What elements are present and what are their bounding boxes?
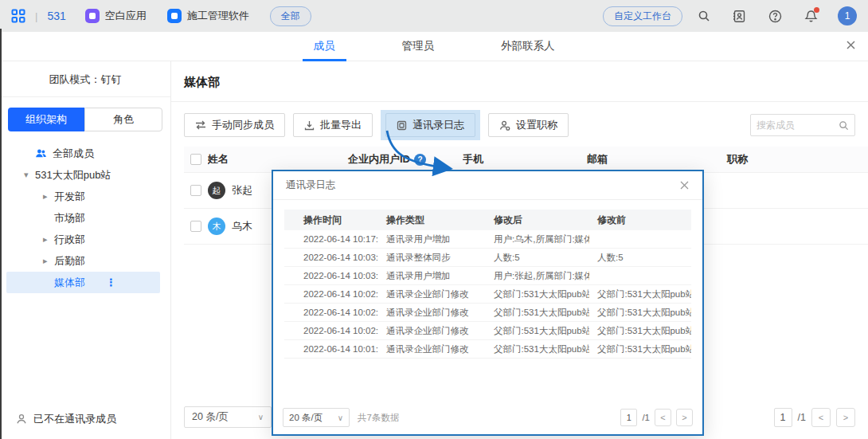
current-page-box[interactable]: 1 bbox=[774, 408, 792, 427]
avatar: 木 bbox=[208, 218, 225, 235]
tree-item-label: 市场部 bbox=[54, 211, 85, 225]
modal-title: 通讯录日志 bbox=[286, 178, 336, 192]
notifications-icon[interactable] bbox=[804, 10, 818, 23]
tab-members[interactable]: 成员 bbox=[303, 32, 346, 61]
workspace-id[interactable]: 531 bbox=[47, 10, 65, 22]
modal-page-size-select[interactable]: 20 条/页 ∨ bbox=[283, 408, 350, 427]
manual-sync-button[interactable]: 手动同步成员 bbox=[184, 113, 285, 137]
screen: | 531 空白应用 施工管理软件 全部 自定义工作台 1 成员 管理员 bbox=[0, 0, 868, 439]
search-icon[interactable] bbox=[698, 10, 710, 22]
col-email: 邮箱 bbox=[574, 152, 702, 167]
next-page-button[interactable]: > bbox=[676, 409, 693, 426]
log-after: 用户:张起,所属部门:媒体部、53... bbox=[486, 270, 589, 282]
close-icon[interactable] bbox=[845, 39, 857, 51]
removed-members-label: 已不在通讯录成员 bbox=[33, 412, 116, 426]
members-icon bbox=[35, 148, 47, 159]
caret-icon[interactable]: ▸ bbox=[43, 191, 54, 202]
sidebar-tree-item[interactable]: ▾ 531大太阳pub站 bbox=[6, 164, 160, 186]
log-type: 通讯录用户增加 bbox=[378, 270, 486, 282]
set-job-title-button[interactable]: 设置职称 bbox=[488, 113, 569, 137]
log-time: 2022-06-14 10:02:33 bbox=[284, 289, 378, 299]
select-all-checkbox[interactable] bbox=[190, 154, 201, 165]
sidebar-tree-item[interactable]: ▸ 后勤部 bbox=[6, 250, 160, 272]
contact-log-button[interactable]: 通讯录日志 bbox=[385, 113, 475, 137]
help-question-icon[interactable]: ? bbox=[414, 154, 426, 166]
caret-icon[interactable]: ▸ bbox=[43, 256, 54, 266]
log-rows: 2022-06-14 10:17:02 通讯录用户增加 用户:乌木,所属部门:媒… bbox=[284, 230, 691, 359]
app-item-label: 施工管理软件 bbox=[187, 9, 249, 23]
log-before: 父部门:531大太阳pub站, 部门:... bbox=[589, 325, 691, 337]
tab-admins[interactable]: 管理员 bbox=[391, 32, 446, 61]
current-page-box[interactable]: 1 bbox=[620, 409, 637, 426]
row-checkbox[interactable] bbox=[190, 221, 201, 232]
more-dots-icon[interactable]: ⋮ bbox=[106, 276, 117, 288]
col-name: 姓名 bbox=[208, 152, 311, 167]
log-after: 父部门:531大太阳pub站, 部门:... bbox=[486, 343, 589, 355]
log-row: 2022-06-14 10:02:33 通讯录企业部门修改 父部门:531大太阳… bbox=[284, 285, 691, 304]
log-before: 父部门:531大太阳pub站, 部门:AA bbox=[589, 288, 691, 300]
tab-external-contacts[interactable]: 外部联系人 bbox=[490, 32, 566, 61]
log-before: 父部门:531大太阳pub站, 部门:1 bbox=[589, 343, 691, 355]
sidebar-tree-item[interactable]: 全部成员 bbox=[6, 143, 160, 164]
log-type: 通讯录整体同步 bbox=[378, 252, 486, 264]
log-row: 2022-06-14 10:02:09 通讯录企业部门修改 父部门:531大太阳… bbox=[284, 322, 691, 340]
construction-app-icon bbox=[167, 9, 182, 23]
person-icon bbox=[16, 414, 27, 425]
help-icon[interactable] bbox=[768, 10, 782, 23]
sidebar-tree-item[interactable]: 媒体部 ⋮ bbox=[6, 272, 160, 293]
log-row: 2022-06-14 10:02:19 通讯录企业部门修改 父部门:531大太阳… bbox=[284, 304, 691, 322]
next-page-button[interactable]: > bbox=[836, 408, 855, 427]
user-avatar[interactable]: 1 bbox=[838, 6, 857, 25]
contact-log-modal: 通讯录日志 操作时间 操作类型 修改后 修改前 2022-06-14 10:17… bbox=[272, 170, 704, 436]
role-button[interactable]: 角色 bbox=[84, 108, 162, 131]
app-item-construction-software[interactable]: 施工管理软件 bbox=[167, 9, 249, 23]
sidebar-tree-item[interactable]: ▸ 行政部 bbox=[6, 229, 160, 250]
org-tree: 全部成员 ▾ 531大太阳pub站 ▸ 开发部 市场部 ▸ 行政部 ▸ 后勤部 … bbox=[0, 143, 170, 293]
search-icon[interactable] bbox=[839, 120, 849, 131]
caret-icon[interactable]: ▸ bbox=[43, 234, 54, 245]
caret-icon[interactable]: ▾ bbox=[24, 170, 35, 180]
prev-page-button[interactable]: < bbox=[655, 409, 671, 426]
page-total-label: /1 bbox=[798, 412, 806, 423]
toolbar: 手动同步成员 批量导出 通讯录日志 bbox=[171, 102, 868, 147]
log-row: 2022-06-14 10:03:48 通讯录整体同步 人数:5 人数:5 bbox=[284, 249, 691, 267]
tree-item-label: 行政部 bbox=[54, 233, 85, 247]
all-apps-pill[interactable]: 全部 bbox=[270, 6, 311, 26]
download-icon bbox=[304, 120, 315, 131]
log-after: 用户:乌木,所属部门:媒体部 bbox=[486, 233, 589, 245]
app-item-blank-app[interactable]: 空白应用 bbox=[85, 9, 147, 23]
log-row: 2022-06-14 10:17:02 通讯录用户增加 用户:乌木,所属部门:媒… bbox=[284, 230, 691, 249]
org-structure-button[interactable]: 组织架构 bbox=[8, 108, 84, 131]
log-before: 父部门:531大太阳pub站, 部门:... bbox=[589, 307, 691, 319]
app-launcher-icon[interactable] bbox=[11, 9, 25, 23]
total-count-label: 共7条数据 bbox=[358, 412, 399, 424]
member-name: 乌木 bbox=[232, 219, 252, 233]
log-button-highlight: 通讯录日志 bbox=[381, 110, 480, 140]
sidebar-tree-item[interactable]: 市场部 bbox=[6, 207, 160, 229]
window-edge bbox=[0, 29, 2, 439]
row-checkbox[interactable] bbox=[190, 185, 201, 196]
log-time: 2022-06-14 10:03:48 bbox=[284, 253, 378, 262]
modal-header: 通讯录日志 bbox=[273, 171, 702, 200]
contacts-icon[interactable] bbox=[733, 10, 746, 23]
member-search-input[interactable] bbox=[757, 120, 835, 131]
log-after: 父部门:531大太阳pub站, 部门:... bbox=[486, 288, 589, 300]
log-after: 父部门:531大太阳pub站, 部门:... bbox=[486, 307, 589, 319]
col-job-title: 职称 bbox=[702, 152, 855, 167]
custom-workbench-button[interactable]: 自定义工作台 bbox=[603, 6, 682, 26]
blank-app-icon bbox=[85, 9, 100, 23]
batch-export-button[interactable]: 批量导出 bbox=[293, 113, 373, 137]
log-time: 2022-06-14 10:17:02 bbox=[284, 234, 378, 244]
prev-page-button[interactable]: < bbox=[811, 408, 831, 427]
app-item-label: 空白应用 bbox=[105, 9, 147, 23]
removed-members-link[interactable]: 已不在通讯录成员 bbox=[16, 412, 116, 426]
log-time: 2022-06-14 10:02:19 bbox=[284, 308, 378, 317]
member-name: 张起 bbox=[232, 183, 252, 198]
sidebar-tree-item[interactable]: ▸ 开发部 bbox=[6, 186, 160, 207]
modal-footer: 20 条/页 ∨ 共7条数据 1 /1 < > bbox=[273, 402, 702, 434]
log-after: 人数:5 bbox=[486, 252, 589, 264]
page-size-select[interactable]: 20 条/页 ∨ bbox=[184, 406, 272, 428]
close-icon[interactable] bbox=[679, 180, 690, 190]
log-type: 通讯录企业部门修改 bbox=[378, 325, 486, 337]
org-role-toggle: 组织架构 角色 bbox=[8, 108, 162, 131]
